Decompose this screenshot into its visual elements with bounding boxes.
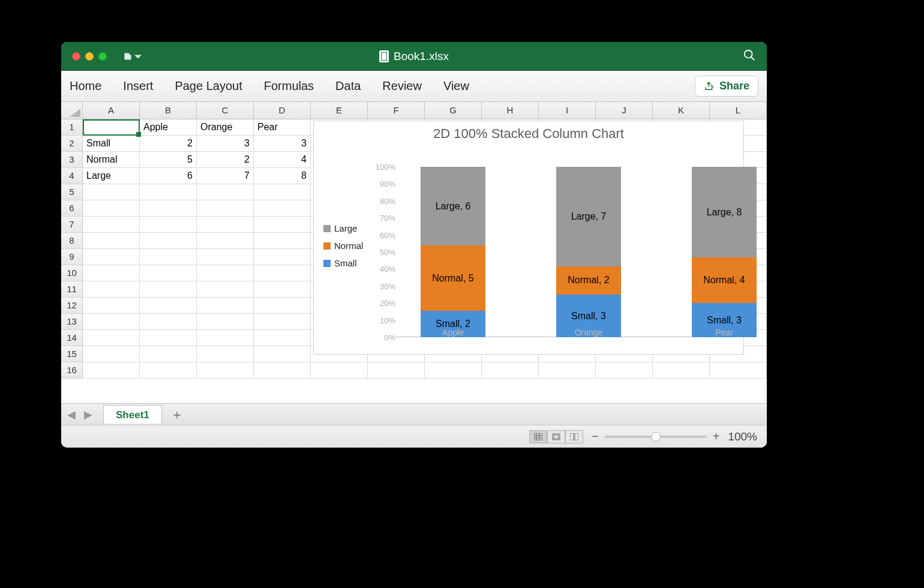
cell-C3[interactable]: 2 xyxy=(197,152,254,168)
cell-C1[interactable]: Orange xyxy=(197,119,254,136)
fill-handle[interactable] xyxy=(136,132,141,137)
cell-A4[interactable]: Large xyxy=(83,168,140,184)
row-header[interactable]: 3 xyxy=(61,152,83,168)
cell-C14[interactable] xyxy=(197,330,254,346)
chart-legend[interactable]: LargeNormalSmall xyxy=(323,223,363,275)
cell-B15[interactable] xyxy=(140,346,197,362)
cell-B2[interactable]: 2 xyxy=(140,136,197,152)
quick-access-toolbar[interactable] xyxy=(124,52,142,61)
cell-C13[interactable] xyxy=(197,314,254,330)
cell-D9[interactable] xyxy=(254,249,311,265)
bar-segment-large[interactable]: Large, 6 xyxy=(421,167,485,245)
bar-segment-large[interactable]: Large, 8 xyxy=(692,167,757,257)
sheet-nav-prev[interactable]: ◀ xyxy=(64,408,79,421)
embedded-chart[interactable]: 2D 100% Stacked Column ChartLargeNormalS… xyxy=(313,121,744,355)
bar-group-orange[interactable]: Small, 3Normal, 2Large, 7 xyxy=(556,167,621,337)
cell-C7[interactable] xyxy=(197,217,254,233)
col-header[interactable]: E xyxy=(311,102,368,119)
row-header[interactable]: 2 xyxy=(61,136,83,152)
cell-B11[interactable] xyxy=(140,281,197,298)
cell-A6[interactable] xyxy=(83,200,140,217)
cell-C5[interactable] xyxy=(197,184,254,200)
cell-C8[interactable] xyxy=(197,233,254,249)
tab-formulas[interactable]: Formulas xyxy=(264,79,314,93)
bar-segment-normal[interactable]: Normal, 2 xyxy=(556,266,621,295)
bar-group-pear[interactable]: Small, 3Normal, 4Large, 8 xyxy=(692,167,757,337)
col-header[interactable]: J xyxy=(596,102,653,119)
col-header[interactable]: F xyxy=(368,102,425,119)
cell-B3[interactable]: 5 xyxy=(140,152,197,168)
cell-C4[interactable]: 7 xyxy=(197,168,254,184)
cell-A5[interactable] xyxy=(83,184,140,200)
zoom-slider[interactable] xyxy=(605,436,707,438)
cell-D7[interactable] xyxy=(254,217,311,233)
cell-D5[interactable] xyxy=(254,184,311,200)
cell-J16[interactable] xyxy=(596,362,653,379)
page-layout-view-button[interactable] xyxy=(547,430,565,443)
cell-D2[interactable]: 3 xyxy=(254,136,311,152)
cell-C15[interactable] xyxy=(197,346,254,362)
cell-A2[interactable]: Small xyxy=(83,136,140,152)
tab-home[interactable]: Home xyxy=(70,79,101,93)
cell-C12[interactable] xyxy=(197,298,254,314)
bar-segment-normal[interactable]: Normal, 4 xyxy=(692,257,757,303)
cell-D16[interactable] xyxy=(254,362,311,379)
cell-A3[interactable]: Normal xyxy=(83,152,140,168)
row-header[interactable]: 12 xyxy=(61,298,83,314)
cell-B10[interactable] xyxy=(140,265,197,281)
cell-A9[interactable] xyxy=(83,249,140,265)
close-window-button[interactable] xyxy=(72,52,80,61)
cell-A11[interactable] xyxy=(83,281,140,298)
cell-A14[interactable] xyxy=(83,330,140,346)
cell-B4[interactable]: 6 xyxy=(140,168,197,184)
col-header[interactable]: D xyxy=(254,102,311,119)
bar-group-apple[interactable]: Small, 2Normal, 5Large, 6 xyxy=(421,167,485,337)
cell-B1[interactable]: Apple xyxy=(140,119,197,136)
col-header[interactable]: B xyxy=(140,102,197,119)
row-header[interactable]: 11 xyxy=(61,281,83,298)
col-header[interactable]: L xyxy=(710,102,767,119)
tab-page-layout[interactable]: Page Layout xyxy=(175,79,242,93)
tab-data[interactable]: Data xyxy=(335,79,361,93)
add-sheet-button[interactable]: ＋ xyxy=(168,406,186,424)
cell-A8[interactable] xyxy=(83,233,140,249)
cell-D12[interactable] xyxy=(254,298,311,314)
tab-review[interactable]: Review xyxy=(382,79,422,93)
cell-L16[interactable] xyxy=(710,362,767,379)
cell-B14[interactable] xyxy=(140,330,197,346)
cell-F16[interactable] xyxy=(368,362,425,379)
cell-B6[interactable] xyxy=(140,200,197,217)
sheet-tab[interactable]: Sheet1 xyxy=(103,405,162,424)
bar-segment-large[interactable]: Large, 7 xyxy=(556,167,621,266)
cell-G16[interactable] xyxy=(425,362,482,379)
row-header[interactable]: 6 xyxy=(61,200,83,217)
cell-B9[interactable] xyxy=(140,249,197,265)
row-header[interactable]: 15 xyxy=(61,346,83,362)
cell-A15[interactable] xyxy=(83,346,140,362)
cell-D1[interactable]: Pear xyxy=(254,119,311,136)
zoom-in-button[interactable]: + xyxy=(713,430,720,443)
search-button[interactable] xyxy=(743,49,756,64)
row-header[interactable]: 9 xyxy=(61,249,83,265)
cell-A7[interactable] xyxy=(83,217,140,233)
row-header[interactable]: 13 xyxy=(61,314,83,330)
cell-B5[interactable] xyxy=(140,184,197,200)
cell-D8[interactable] xyxy=(254,233,311,249)
cell-B7[interactable] xyxy=(140,217,197,233)
cell-C2[interactable]: 3 xyxy=(197,136,254,152)
cell-A10[interactable] xyxy=(83,265,140,281)
page-break-view-button[interactable] xyxy=(565,430,583,443)
row-header[interactable]: 14 xyxy=(61,330,83,346)
chart-title[interactable]: 2D 100% Stacked Column Chart xyxy=(314,121,743,144)
cell-I16[interactable] xyxy=(539,362,596,379)
cell-C10[interactable] xyxy=(197,265,254,281)
cell-H16[interactable] xyxy=(482,362,539,379)
chart-plot-area[interactable]: 0%10%20%30%40%50%60%70%80%90%100%Small, … xyxy=(398,154,736,337)
row-header[interactable]: 10 xyxy=(61,265,83,281)
cell-B8[interactable] xyxy=(140,233,197,249)
tab-view[interactable]: View xyxy=(443,79,469,93)
cell-D13[interactable] xyxy=(254,314,311,330)
row-header[interactable]: 4 xyxy=(61,168,83,184)
tab-insert[interactable]: Insert xyxy=(123,79,153,93)
row-header[interactable]: 8 xyxy=(61,233,83,249)
